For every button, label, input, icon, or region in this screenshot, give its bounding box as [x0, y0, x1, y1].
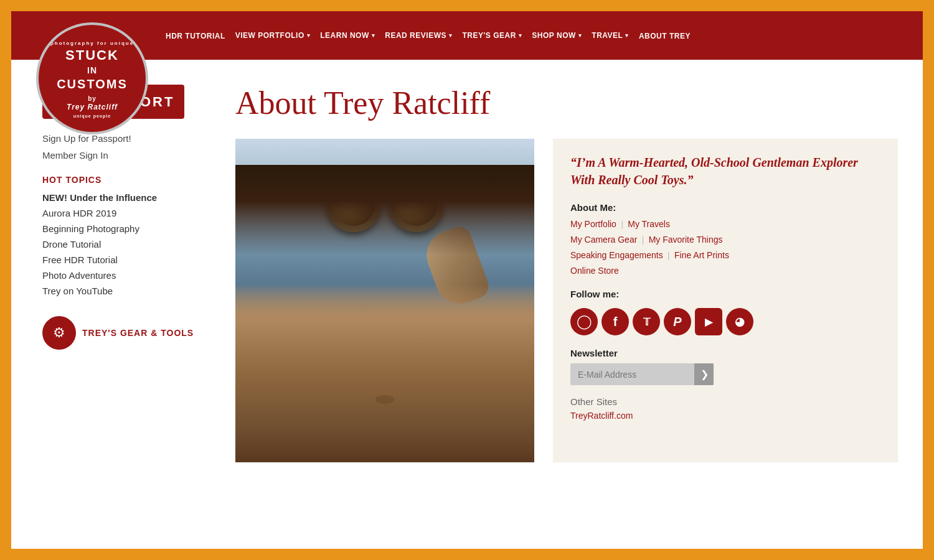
nav-item-learn-now[interactable]: LEARN NOW ▾: [320, 31, 375, 40]
nav-item-travel[interactable]: TRAVEL ▾: [592, 31, 629, 40]
nav-link-shop-now[interactable]: SHOP NOW ▾: [532, 31, 582, 40]
twitter-icon-btn[interactable]: 𝕋: [633, 308, 660, 335]
link-fine-art[interactable]: Fine Art Prints: [674, 250, 729, 260]
pipe-separator: |: [621, 220, 623, 229]
instagram-icon-btn[interactable]: ◯: [570, 308, 598, 335]
nav-item-treys-gear[interactable]: TREY'S GEAR ▾: [462, 31, 522, 40]
chevron-down-icon: ▾: [372, 32, 375, 39]
nav-item-shop-now[interactable]: SHOP NOW ▾: [532, 31, 582, 40]
nav-link-portfolio[interactable]: VIEW PORTFOLIO ▾: [235, 31, 311, 40]
chevron-down-icon: ▾: [578, 32, 582, 39]
nav-item-read-reviews[interactable]: READ REVIEWS ▾: [385, 31, 452, 40]
about-links-row-1: My Portfolio | My Travels: [570, 219, 880, 230]
social-icons-row: ◯ f 𝕋 P ▶ ◕: [570, 308, 880, 335]
nav-link-treys-gear[interactable]: TREY'S GEAR ▾: [462, 31, 522, 40]
hot-link-under-influence[interactable]: NEW! Under the Influence: [42, 190, 204, 205]
youtube-icon-btn[interactable]: ▶: [695, 308, 722, 335]
email-input[interactable]: [570, 365, 694, 385]
gear-icon: ⚙: [42, 316, 76, 350]
about-links-row-4: Online Store: [570, 266, 880, 276]
link-travels[interactable]: My Travels: [628, 219, 670, 229]
chevron-down-icon: ▾: [449, 32, 453, 39]
chevron-down-icon: ▾: [307, 32, 311, 39]
member-signin-link[interactable]: Member Sign In: [42, 147, 204, 164]
pipe-separator-3: |: [667, 251, 669, 260]
gear-tools-label: TREY'S GEAR & TOOLS: [82, 328, 194, 338]
hot-topics-label: HOT TOPICS: [42, 175, 204, 185]
hot-link-trey-youtube[interactable]: Trey on YouTube: [42, 283, 204, 299]
hot-link-photo-adventures[interactable]: Photo Adventures: [42, 268, 204, 283]
profile-image: [235, 139, 534, 462]
nav-link-hdr-tutorial[interactable]: HDR TUTORIAL: [166, 32, 225, 40]
nav-link-learn-now[interactable]: LEARN NOW ▾: [320, 31, 375, 40]
content-row: “I’m A Warm-Hearted, Old-School Gentlema…: [235, 139, 898, 462]
site-logo[interactable]: photography for unique STUCK IN CUSTOMS …: [36, 22, 154, 141]
link-portfolio[interactable]: My Portfolio: [570, 219, 616, 229]
email-submit-button[interactable]: ❯: [694, 363, 714, 385]
about-links-row-3: Speaking Engagements | Fine Art Prints: [570, 250, 880, 261]
hot-link-drone-tutorial[interactable]: Drone Tutorial: [42, 236, 204, 252]
newsletter-label: Newsletter: [570, 348, 880, 358]
hair: [235, 165, 534, 256]
hot-link-beginning-photography[interactable]: Beginning Photography: [42, 221, 204, 236]
chevron-down-icon: ▾: [625, 32, 629, 39]
hot-link-aurora-hdr[interactable]: Aurora HDR 2019: [42, 205, 204, 221]
nav-item-hdr-tutorial[interactable]: HDR TUTORIAL: [166, 30, 225, 41]
nav-link-about-trey[interactable]: ABOUT TREY: [639, 32, 691, 40]
pinterest-icon-btn[interactable]: P: [664, 308, 691, 335]
nav-menu: HDR TUTORIAL VIEW PORTFOLIO ▾ LEARN NOW …: [161, 30, 696, 41]
content-area: About Trey Ratcliff: [223, 72, 923, 495]
treyratcliff-link[interactable]: TreyRatcliff.com: [570, 411, 880, 421]
facebook-icon-btn[interactable]: f: [601, 308, 629, 335]
hot-link-free-hdr[interactable]: Free HDR Tutorial: [42, 252, 204, 268]
quote-text: “I’m A Warm-Hearted, Old-School Gentlema…: [570, 154, 880, 189]
nav-link-read-reviews[interactable]: READ REVIEWS ▾: [385, 31, 452, 40]
gear-tools-section: ⚙ TREY'S GEAR & TOOLS: [42, 316, 204, 350]
link-camera-gear[interactable]: My Camera Gear: [570, 235, 637, 245]
nav-item-portfolio[interactable]: VIEW PORTFOLIO ▾: [235, 31, 311, 40]
pipe-separator-2: |: [642, 235, 644, 245]
chevron-down-icon: ▾: [519, 32, 522, 39]
other-sites-label: Other Sites: [570, 396, 880, 407]
link-speaking[interactable]: Speaking Engagements: [570, 250, 663, 260]
face-area: [235, 284, 534, 462]
rss-icon-btn[interactable]: ◕: [726, 308, 753, 335]
link-favorite-things[interactable]: My Favorite Things: [649, 235, 723, 245]
nose-shape: [375, 395, 394, 404]
profile-photo-sim: [235, 139, 534, 462]
follow-label: Follow me:: [570, 289, 880, 299]
page-title: About Trey Ratcliff: [235, 85, 898, 121]
nav-item-about-trey[interactable]: ABOUT TREY: [639, 30, 691, 41]
link-online-store[interactable]: Online Store: [570, 266, 619, 276]
about-me-label: About Me:: [570, 202, 880, 213]
about-links-row-2: My Camera Gear | My Favorite Things: [570, 235, 880, 245]
email-newsletter-row: ❯: [570, 363, 714, 385]
nav-link-travel[interactable]: TRAVEL ▾: [592, 31, 629, 40]
right-panel: “I’m A Warm-Hearted, Old-School Gentlema…: [553, 139, 898, 462]
